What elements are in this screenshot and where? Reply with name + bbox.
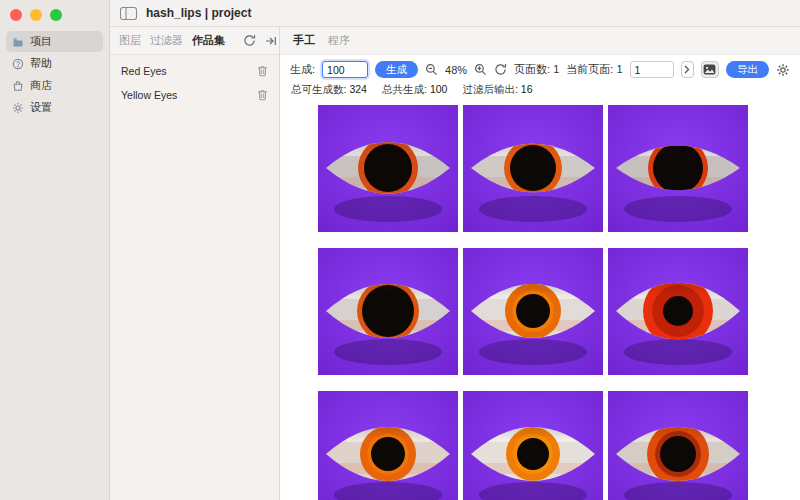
project-icon <box>12 36 24 48</box>
tab-program[interactable]: 程序 <box>328 33 350 48</box>
panel-header: 图层 过滤器 作品集 <box>110 27 279 55</box>
generation-stats: 总可生成数:324 总共生成:100 过滤后输出:16 <box>280 80 800 102</box>
zoom-in-icon[interactable] <box>474 63 487 76</box>
close-window-button[interactable] <box>10 9 22 21</box>
image-grid <box>280 102 800 500</box>
preview-image-button[interactable] <box>701 61 719 78</box>
trash-icon[interactable] <box>257 65 268 77</box>
traffic-lights <box>0 0 109 29</box>
window-title: hash_lips | project <box>146 6 251 20</box>
sidebar-item-label: 帮助 <box>30 56 52 71</box>
collection-name: Yellow Eyes <box>121 89 177 101</box>
sidebar-item-project[interactable]: 项目 <box>6 31 103 52</box>
reload-grid-icon[interactable] <box>494 63 507 76</box>
stat-total-possible: 总可生成数:324 <box>291 83 367 97</box>
grid-cell[interactable] <box>608 391 748 500</box>
grid-cell[interactable] <box>608 105 748 232</box>
content: 图层 过滤器 作品集 Red Eyes <box>110 27 800 500</box>
export-button[interactable]: 导出 <box>726 61 769 78</box>
help-icon <box>12 58 24 70</box>
titlebar: hash_lips | project <box>110 0 800 27</box>
next-page-button[interactable] <box>681 61 694 78</box>
collections-panel: 图层 过滤器 作品集 Red Eyes <box>110 27 280 500</box>
gear-icon[interactable] <box>776 63 790 77</box>
grid-cell[interactable] <box>463 391 603 500</box>
grid-cell[interactable] <box>318 105 458 232</box>
tab-manual[interactable]: 手工 <box>293 33 315 48</box>
generate-count-input[interactable] <box>322 61 368 78</box>
collections-list: Red Eyes Yellow Eyes <box>110 55 279 111</box>
sidebar-item-store[interactable]: 商店 <box>6 75 103 96</box>
refresh-icon[interactable] <box>243 34 256 47</box>
main-header: 手工 程序 <box>280 27 800 55</box>
stat-total-generated: 总共生成:100 <box>382 83 447 97</box>
sidebar-item-label: 设置 <box>30 100 52 115</box>
sidebar-item-label: 项目 <box>30 34 52 49</box>
stat-filtered-output: 过滤后输出:16 <box>462 83 532 97</box>
main-area: 手工 程序 生成: 生成 48% <box>280 27 800 500</box>
current-page-label: 当前页面: 1 <box>566 62 622 77</box>
app-window: 项目 帮助 商店 设置 hash_lips | project <box>0 0 800 500</box>
grid-cell[interactable] <box>318 391 458 500</box>
sidebar: 项目 帮助 商店 设置 <box>0 0 110 500</box>
grid-cell[interactable] <box>318 248 458 375</box>
tab-filters[interactable]: 过滤器 <box>150 33 183 48</box>
generate-label: 生成: <box>290 62 315 77</box>
generate-button[interactable]: 生成 <box>375 61 418 78</box>
right-pane: hash_lips | project 图层 过滤器 作品集 <box>110 0 800 500</box>
pin-panel-icon[interactable] <box>265 35 277 47</box>
collection-name: Red Eyes <box>121 65 167 77</box>
grid-cell[interactable] <box>463 105 603 232</box>
zoom-level: 48% <box>445 64 467 76</box>
fullscreen-window-button[interactable] <box>50 9 62 21</box>
settings-gear-icon <box>12 102 24 114</box>
sidebar-item-settings[interactable]: 设置 <box>6 97 103 118</box>
pages-label: 页面数: 1 <box>514 62 559 77</box>
tab-layers[interactable]: 图层 <box>119 33 141 48</box>
grid-cell[interactable] <box>463 248 603 375</box>
page-number-input[interactable] <box>630 61 674 78</box>
minimize-window-button[interactable] <box>30 9 42 21</box>
generation-toolbar: 生成: 生成 48% 页面数: 1 当前页面: 1 <box>280 55 800 80</box>
sidebar-item-label: 商店 <box>30 78 52 93</box>
sidebar-toggle-icon[interactable] <box>120 7 137 20</box>
tab-collections[interactable]: 作品集 <box>192 33 225 48</box>
sidebar-item-help[interactable]: 帮助 <box>6 53 103 74</box>
grid-cell[interactable] <box>608 248 748 375</box>
store-icon <box>12 80 24 92</box>
list-item[interactable]: Red Eyes <box>110 59 279 83</box>
list-item[interactable]: Yellow Eyes <box>110 83 279 107</box>
trash-icon[interactable] <box>257 89 268 101</box>
sidebar-nav: 项目 帮助 商店 设置 <box>0 29 109 120</box>
zoom-out-icon[interactable] <box>425 63 438 76</box>
